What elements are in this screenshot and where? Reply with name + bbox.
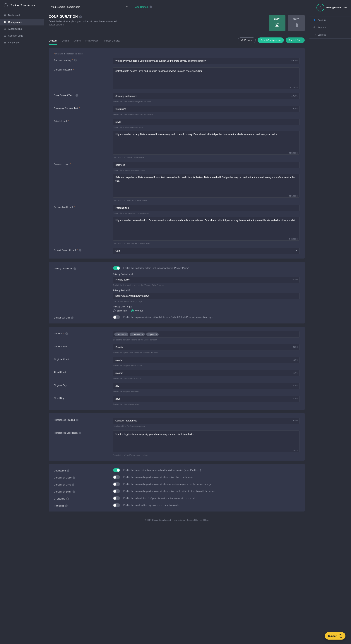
preview-button[interactable]: Preview: [238, 38, 256, 43]
info-icon[interactable]: i: [76, 94, 78, 97]
radio-same-tab[interactable]: Same Tab: [113, 310, 127, 312]
behavior-reload-toggle[interactable]: [113, 504, 120, 507]
dns-toggle[interactable]: [113, 315, 120, 319]
nav-autoblocking[interactable]: ⛨Autoblocking: [0, 26, 44, 32]
default-level-label: Default Consent Level: [54, 249, 76, 252]
info-icon[interactable]: i: [76, 419, 79, 421]
balanced-desc-input[interactable]: Balanced experience. Data accessed for c…: [113, 174, 299, 198]
duration-pluralMonth-input[interactable]: [113, 370, 299, 376]
duration-singularDay-input[interactable]: [113, 383, 299, 389]
info-icon[interactable]: i: [72, 484, 74, 486]
support-fab[interactable]: Support: [325, 632, 345, 640]
hint: URL of the "Privacy Policy" page.: [113, 300, 299, 302]
private-name-input[interactable]: [113, 119, 299, 125]
personalized-name-input[interactable]: [113, 205, 299, 211]
info-icon[interactable]: i: [66, 498, 69, 500]
nav-consent-logs[interactable]: ≣Consent Logs: [0, 32, 44, 39]
brand-icon: [4, 3, 8, 8]
privacy-label-input[interactable]: [113, 276, 299, 283]
close-icon[interactable]: ✕: [141, 333, 143, 336]
behavior-click-toggle[interactable]: [113, 482, 120, 486]
hint: Name of the balanced consent level.: [113, 169, 299, 172]
hint: Text of the singular month option.: [113, 364, 299, 367]
info-icon[interactable]: i: [79, 249, 81, 252]
tab-design[interactable]: Design: [62, 37, 69, 45]
duration-pluralDays-input[interactable]: [113, 396, 299, 402]
info-icon[interactable]: i: [74, 268, 76, 270]
nav-label: Consent Logs: [8, 34, 23, 37]
nav-languages[interactable]: ▤Languages: [0, 39, 44, 46]
publish-button[interactable]: Publish Now: [286, 38, 305, 43]
nav-label: Configuration: [8, 21, 22, 24]
info-icon[interactable]: i: [67, 470, 70, 472]
tab-privacy-contact[interactable]: Privacy Contact: [104, 37, 120, 45]
info-icon[interactable]: i: [79, 432, 81, 434]
personalized-level-label: Personalized Level: [54, 206, 73, 208]
duration-text-label: Duration Text: [54, 345, 67, 348]
duration-text-input[interactable]: [113, 344, 299, 350]
hint: Text of the button used to customize con…: [113, 113, 299, 116]
behavior-geo-toggle[interactable]: [113, 468, 120, 472]
chip-1-year[interactable]: 1 year✕: [146, 332, 159, 336]
nav-dashboard[interactable]: ▦Dashboard: [0, 12, 44, 19]
prefs-desc-input[interactable]: Use the toggles below to specify your da…: [113, 430, 299, 452]
domain-select[interactable]: Your Domain - domain.com ▾: [49, 4, 130, 10]
footer-link-help[interactable]: Help: [204, 519, 208, 521]
private-desc-input[interactable]: Highest level of privacy. Data accessed …: [113, 131, 299, 155]
save-text-input[interactable]: [113, 93, 299, 99]
prefs-heading-input[interactable]: [113, 418, 299, 424]
reset-label: Reset Configuration: [261, 39, 280, 42]
avatar[interactable]: [316, 4, 324, 12]
close-icon[interactable]: ✕: [155, 333, 157, 336]
rail-label: Log out: [317, 34, 325, 36]
law-label: GDPR: [274, 18, 280, 20]
privacy-link-toggle[interactable]: [113, 266, 120, 270]
rail-account[interactable]: 👤Account: [309, 16, 351, 24]
reset-button[interactable]: Reset Configuration: [258, 38, 284, 43]
duration-pluralDays-label: Plural Days: [54, 397, 65, 400]
counter: 3/256: [292, 384, 298, 387]
svg-point-4: [320, 7, 321, 8]
info-icon[interactable]: i: [79, 16, 82, 18]
nav-label: Dashboard: [8, 14, 20, 16]
info-icon[interactable]: i: [73, 490, 75, 493]
close-icon[interactable]: ✕: [125, 333, 127, 336]
info-icon[interactable]: i: [73, 476, 75, 479]
info-icon[interactable]: i: [65, 504, 68, 507]
tab-metrics[interactable]: Metrics: [74, 37, 81, 45]
customize-text-input[interactable]: [113, 106, 299, 112]
chip-6-months[interactable]: 6 months✕: [130, 332, 145, 336]
duration-chips[interactable]: 1 month✕6 months✕1 year✕: [113, 331, 299, 338]
consent-message-input[interactable]: Select a Data Access Level and Duration …: [113, 67, 299, 89]
consent-heading-input[interactable]: [113, 58, 299, 64]
info-icon[interactable]: i: [74, 59, 77, 62]
tab-consent[interactable]: Consent: [49, 37, 57, 45]
nav-configuration[interactable]: ⚙Configuration: [0, 19, 44, 26]
personalized-desc-input[interactable]: Highest level of personalisation. Data a…: [113, 217, 299, 240]
law-card-ccpa[interactable]: CCPA: [288, 15, 305, 31]
radio-new-tab[interactable]: New Tab: [131, 310, 143, 312]
footer-link-tos[interactable]: Terms of Service: [187, 519, 202, 521]
info-icon[interactable]: i: [71, 316, 74, 319]
eye-icon: [241, 39, 243, 41]
chip-label: 1 year: [148, 333, 154, 336]
law-card-gdpr[interactable]: GDPR: [269, 15, 285, 31]
camera-icon: [318, 6, 322, 10]
behavior-close-toggle[interactable]: [113, 475, 120, 479]
add-domain-link[interactable]: + Add Domain i: [133, 6, 152, 8]
tab-privacy-paper[interactable]: Privacy Paper: [86, 37, 99, 45]
behavior-ui-toggle[interactable]: [113, 496, 120, 500]
hint: Name of the personalized consent level.: [113, 212, 299, 214]
default-level-select[interactable]: Gold: [113, 248, 299, 254]
rail-log-out[interactable]: ⇥Log out: [309, 31, 351, 38]
rail-support[interactable]: ⚙Support: [309, 24, 351, 31]
info-icon[interactable]: i: [65, 332, 68, 335]
chip-1-month[interactable]: 1 month✕: [114, 332, 128, 336]
balanced-name-input[interactable]: [113, 162, 299, 168]
counter: 19/256: [291, 419, 298, 422]
hint: Description of personalized consent leve…: [113, 242, 299, 244]
hint: Select the duration options for the visi…: [113, 338, 299, 341]
behavior-scroll-toggle[interactable]: [113, 489, 120, 493]
duration-singularMonth-input[interactable]: [113, 357, 299, 363]
privacy-url-input[interactable]: [113, 293, 299, 299]
